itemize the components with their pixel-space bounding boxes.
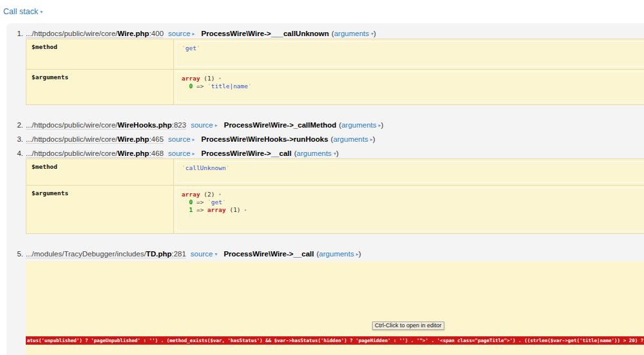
argument-value-cell: array (2) ▾ 0 => 'get' 1 => array (1) ▸ [174,186,644,234]
argument-value-cell: array (1) ▾ 0 => 'title|name' [174,70,644,105]
frame-call: ProcessWire\WireHooks->runHooks [202,135,328,143]
source-toggle[interactable]: source [191,250,213,258]
frame-path: .../httpdocs/public/wire/core/ [26,30,118,37]
chevron-right-icon[interactable]: ▸ [193,137,195,142]
frame-line-number: :465 [149,135,164,143]
frame-filename: Wire.php [118,30,149,37]
arguments-toggle[interactable]: arguments [333,135,368,143]
frame-path: .../modules/TracyDebugger/includes/ [26,250,146,258]
paren: ) [359,250,361,258]
argument-name: $method [26,159,174,186]
source-toggle[interactable]: source [168,30,191,37]
source-toggle[interactable]: source [168,149,191,157]
chevron-down-icon[interactable]: ▾ [214,251,217,257]
argument-value-dump: 'get' [176,41,644,67]
frame-line-number: :400 [149,30,164,37]
frame-filename: Wire.php [118,149,149,157]
frame-path: .../httpdocs/public/wire/core/ [26,121,118,129]
frame-path: .../httpdocs/public/wire/core/ [26,149,118,157]
frame-number: 5. [6,249,23,259]
stack-frame-3: 3..../httpdocs/public/wire/core/Wire.php… [6,135,644,144]
frame-call: ProcessWire\Wire->__call [202,149,292,157]
callstack-toggle[interactable]: Call stack [3,7,38,16]
arguments-toggle[interactable]: arguments [297,149,332,157]
table-row: $arguments array (1) ▾ 0 => 'title|name' [26,70,644,105]
editor-tooltip: Ctrl-Click to open in editor [372,321,444,330]
argument-name: $arguments [26,70,174,105]
frame-line-number: :468 [149,149,164,157]
paren: ) [374,30,376,37]
callstack-panel: 1..../httpdocs/public/wire/core/Wire.php… [6,23,644,355]
dump-toggle-icon[interactable]: ▾ [218,192,221,197]
frame-filename: TD.php [146,250,172,258]
frame-filename: Wire.php [118,135,149,143]
frame-filename: WireHooks.php [118,121,172,129]
frame-call: ProcessWire\Wire->___callUnknown [202,30,329,37]
stack-frame-4: 4..../httpdocs/public/wire/core/Wire.php… [6,149,644,158]
source-toggle[interactable]: source [168,135,191,143]
frame-file-link[interactable]: .../httpdocs/public/wire/core/WireHooks.… [26,121,186,130]
frame-file-link[interactable]: .../httpdocs/public/wire/core/Wire.php:4… [26,30,164,38]
frame-number: 3. [6,135,23,144]
argument-name: $arguments [26,186,174,234]
callstack-header: Call stack▾ [3,7,644,17]
source-code-preview[interactable]: atus('unpublished') ? 'pageUnpublished' … [26,262,644,355]
arguments-toggle[interactable]: arguments [341,121,376,129]
arguments-toggle[interactable]: arguments [319,250,354,258]
frame-path: .../httpdocs/public/wire/core/ [26,135,118,143]
frame-number: 2. [6,120,23,130]
chevron-right-icon[interactable]: ▸ [193,31,195,37]
arguments-table-1: $method 'get' $arguments array (1) ▾ 0 =… [26,39,644,105]
argument-name: $method [26,39,174,70]
table-row: $method 'callUnknown' [26,159,644,186]
argument-value-dump: 'callUnknown' [176,161,644,183]
chevron-right-icon[interactable]: ▸ [193,151,195,157]
stack-frame-5: 5..../modules/TracyDebugger/includes/TD.… [6,249,644,259]
frame-file-link[interactable]: .../httpdocs/public/wire/core/Wire.php:4… [26,149,164,158]
frame-call: ProcessWire\Wire->_callMethod [224,121,337,129]
chevron-right-icon[interactable]: ▸ [215,122,218,128]
stack-frame-2: 2..../httpdocs/public/wire/core/WireHook… [6,120,644,130]
argument-value-dump: array (1) ▾ 0 => 'title|name' [176,72,644,102]
paren: ) [373,135,375,143]
frame-line-number: :281 [171,250,185,258]
frame-file-link[interactable]: .../httpdocs/public/wire/core/Wire.php:4… [26,135,164,144]
stack-frame-1: 1..../httpdocs/public/wire/core/Wire.php… [6,29,644,39]
frame-file-link[interactable]: .../modules/TracyDebugger/includes/TD.ph… [26,250,186,258]
table-row: $arguments array (2) ▾ 0 => 'get' 1 => a… [26,186,644,234]
argument-value-dump: array (2) ▾ 0 => 'get' 1 => array (1) ▸ [176,187,644,231]
table-row: $method 'get' [26,39,644,70]
argument-value-cell: 'callUnknown' [174,159,644,186]
frame-number: 4. [6,149,23,158]
source-toggle[interactable]: source [191,121,213,129]
highlighted-code-line[interactable]: atus('unpublished') ? 'pageUnpublished' … [26,336,644,345]
dump-toggle-icon[interactable]: ▾ [218,76,221,81]
arguments-table-4: $method 'callUnknown' $arguments array (… [26,158,644,234]
dump-toggle-icon[interactable]: ▸ [244,207,247,213]
arguments-toggle[interactable]: arguments [334,30,369,37]
paren: ) [381,121,384,129]
frame-line-number: :823 [172,121,186,129]
paren: ) [336,149,339,157]
chevron-down-icon[interactable]: ▾ [40,9,43,15]
frame-call: ProcessWire\Wire->__call [223,250,314,258]
frame-number: 1. [6,29,23,39]
argument-value-cell: 'get' [174,39,644,70]
